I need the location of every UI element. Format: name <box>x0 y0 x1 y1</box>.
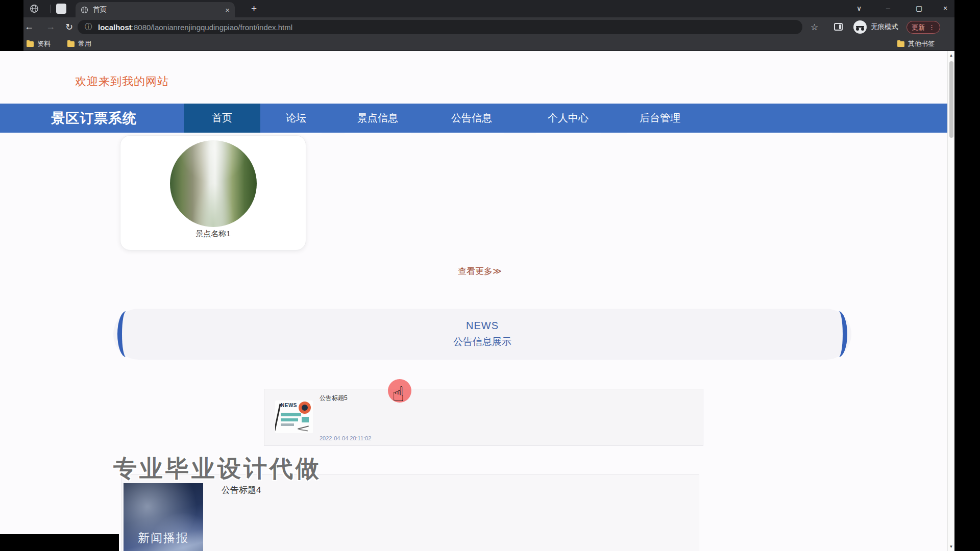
pencil-icon <box>275 404 281 431</box>
tab-title: 首页 <box>93 5 225 14</box>
news-date: 2022-04-04 20:11:02 <box>320 435 371 441</box>
back-button[interactable]: ← <box>24 21 34 32</box>
window-close-button[interactable]: × <box>943 4 947 12</box>
bookmark-label: 常用 <box>78 39 91 48</box>
news-item-5[interactable]: NEWS 公告标题5 2022-04-04 20:11:02 <box>264 389 703 446</box>
other-bookmarks[interactable]: 其他书签 <box>897 39 935 48</box>
nav-item-announcements[interactable]: 公告信息 <box>424 104 520 133</box>
site-info-icon[interactable]: ⓘ <box>85 22 92 32</box>
browser-tab-active[interactable]: 首页 × <box>76 2 235 17</box>
nav-underline <box>439 133 504 134</box>
view-more-link[interactable]: 查看更多≫ <box>436 265 523 277</box>
incognito-icon <box>853 20 867 34</box>
bookmark-star-icon[interactable]: ☆ <box>811 22 818 33</box>
main-nav-items: 首页论坛景点信息公告信息个人中心后台管理 <box>184 104 703 133</box>
browser-update-chip[interactable]: 更新 ⋮ <box>906 21 940 34</box>
news-thumb-label: NEWS <box>281 403 297 408</box>
browser-window: 首页 × + ∨ – ▢ × ← → ↻ ⓘ localhost:8080/la… <box>0 0 954 551</box>
screen-edge-black <box>0 534 119 551</box>
pointer-cursor-icon: ☝ <box>392 384 404 404</box>
tab-favicon-globe-icon <box>81 6 88 14</box>
pinned-tab-icon[interactable] <box>56 4 66 14</box>
globe-icon[interactable] <box>30 4 39 13</box>
tab-close-icon[interactable]: × <box>225 6 230 14</box>
bookmark-label: 资料 <box>37 39 51 48</box>
forward-button[interactable]: → <box>46 21 55 32</box>
new-tab-button[interactable]: + <box>251 3 257 14</box>
bookmark-folder-changyong[interactable]: 常用 <box>67 39 91 48</box>
welcome-heading: 欢迎来到我的网站 <box>75 74 169 89</box>
nav-underline <box>345 133 411 134</box>
side-panel-icon[interactable] <box>834 23 843 31</box>
news-item-4[interactable]: 新闻播报 公告标题4 <box>121 474 699 551</box>
nav-underline <box>536 133 601 134</box>
nav-item-admin[interactable]: 后台管理 <box>617 104 703 133</box>
news-banner-subtitle: 公告信息展示 <box>453 335 511 348</box>
scrollbar-thumb[interactable] <box>949 61 953 138</box>
reload-button[interactable]: ↻ <box>65 21 73 33</box>
main-navigation: 景区订票系统 首页论坛景点信息公告信息个人中心后台管理 <box>0 104 948 133</box>
incognito-label: 无痕模式 <box>871 22 898 32</box>
update-label[interactable]: 更新 <box>912 23 925 32</box>
news-title[interactable]: 公告标题5 <box>320 394 348 403</box>
screen-edge-black <box>0 0 23 51</box>
bookmarks-bar: 资料 常用 其他书签 <box>0 37 954 51</box>
folder-icon <box>897 41 904 47</box>
banner-right-arc <box>830 311 847 357</box>
scenic-spot-image <box>170 140 257 227</box>
url-path: :8080/laonianrenjingqudingpiao/front/ind… <box>132 23 292 32</box>
other-bookmarks-label: 其他书签 <box>908 39 935 48</box>
news-broadcast-caption: 新闻播报 <box>124 530 203 546</box>
nav-underline <box>273 133 322 134</box>
window-maximize-button[interactable]: ▢ <box>916 4 922 12</box>
watermark-text: 专业毕业设计代做 <box>113 453 322 485</box>
scroll-up-icon[interactable]: ▲ <box>948 53 954 58</box>
nav-item-forum[interactable]: 论坛 <box>260 104 332 133</box>
news-broadcast-image: 新闻播报 <box>124 483 203 551</box>
menu-dots-icon[interactable]: ⋮ <box>928 23 935 31</box>
address-bar[interactable]: ⓘ localhost:8080/laonianrenjingqudingpia… <box>78 20 802 34</box>
news-banner-title: NEWS <box>466 320 499 332</box>
nav-item-home[interactable]: 首页 <box>184 104 260 133</box>
page-scrollbar[interactable]: ▲ ▼ <box>947 51 954 551</box>
window-minimize-button[interactable]: – <box>886 4 890 12</box>
scenic-spot-name: 景点名称1 <box>120 229 306 239</box>
banner-left-arc <box>117 311 135 357</box>
scroll-down-icon[interactable]: ▼ <box>948 544 954 549</box>
news-title[interactable]: 公告标题4 <box>222 484 261 496</box>
news-thumbnail-illustration: NEWS <box>275 400 313 433</box>
folder-icon <box>27 41 34 47</box>
browser-toolbar: ← → ↻ ⓘ localhost:8080/laonianrenjingqud… <box>0 17 954 37</box>
tab-search-chevron-icon[interactable]: ∨ <box>856 4 862 12</box>
news-banner: NEWS 公告信息展示 <box>113 309 851 360</box>
bookmark-folder-ziliao[interactable]: 资料 <box>27 39 51 48</box>
tab-separator <box>50 5 51 13</box>
tab-strip: 首页 × + ∨ – ▢ × <box>0 0 954 17</box>
nav-item-spots[interactable]: 景点信息 <box>332 104 424 133</box>
url-host: localhost <box>98 23 132 32</box>
megaphone-icon <box>299 402 311 414</box>
folder-icon <box>67 41 75 47</box>
page-content: 欢迎来到我的网站 景区订票系统 首页论坛景点信息公告信息个人中心后台管理 景点名… <box>0 51 954 551</box>
scenic-spot-card[interactable]: 景点名称1 <box>120 135 306 251</box>
site-brand[interactable]: 景区订票系统 <box>0 104 184 133</box>
nav-underline <box>627 133 832 134</box>
nav-item-profile[interactable]: 个人中心 <box>520 104 617 133</box>
